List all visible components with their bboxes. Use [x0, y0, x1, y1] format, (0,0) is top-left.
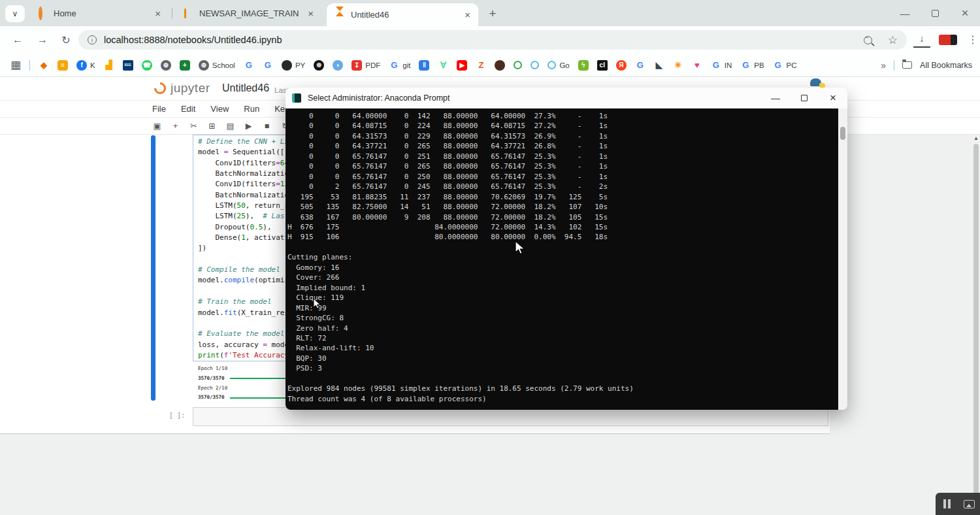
chevron-down-icon: ∨ — [12, 9, 18, 18]
pause-button[interactable] — [936, 493, 958, 515]
bookmark-steering-wheel[interactable]: ☸ — [314, 60, 324, 71]
run-icon[interactable]: ▶ — [244, 121, 253, 131]
bookmark-sheets[interactable]: + — [180, 60, 190, 71]
jupyter-logo[interactable]: jupyter — [154, 81, 210, 95]
tab-newsar-image-train[interactable]: NEWSAR_IMAGE_TRAIN × — [175, 0, 321, 26]
url-text[interactable]: localhost:8888/notebooks/Untitled46.ipyn… — [104, 35, 282, 45]
maximize-icon — [801, 95, 808, 101]
bookmark-swirl-go[interactable]: Go — [547, 61, 569, 69]
terminal-scrollbar[interactable] — [838, 108, 847, 410]
apps-grid-icon[interactable]: ▦ — [10, 58, 21, 72]
scroll-up-icon[interactable]: ▲ — [972, 135, 980, 141]
address-bar[interactable]: i localhost:8888/notebooks/Untitled46.ip… — [78, 30, 907, 50]
facebook-icon: f — [76, 60, 87, 71]
downloads-button[interactable]: ↓ — [913, 32, 930, 48]
site-info-icon[interactable]: i — [88, 35, 97, 44]
new-tab-button[interactable]: + — [485, 6, 500, 22]
selected-cell-indicator[interactable] — [151, 135, 155, 401]
save-icon[interactable]: ▣ — [153, 121, 161, 131]
tab-untitled46[interactable]: Untitled46 × — [327, 3, 478, 26]
tab-newsar-title: NEWSAR_IMAGE_TRAIN — [199, 8, 299, 18]
copy-icon[interactable]: ⊞ — [208, 121, 216, 131]
bookmark-google-g-3[interactable]: G — [635, 60, 645, 71]
bookmark-facebook[interactable]: fK — [76, 60, 95, 71]
bookmark-swirl[interactable] — [531, 61, 539, 69]
terminal-close-button[interactable]: × — [819, 88, 847, 108]
bookmark-star-icon[interactable]: ☆ — [888, 33, 898, 47]
menu-run[interactable]: Run — [244, 104, 259, 114]
bookmark-youtube[interactable]: ▶ — [457, 60, 467, 71]
bookmark-github[interactable]: PY — [282, 60, 305, 71]
bookmark-google-pc[interactable]: GPC — [773, 60, 797, 71]
bookmark-android[interactable]: ∀ — [438, 60, 448, 71]
bookmark-ieee[interactable]: IEEE — [123, 60, 133, 71]
bookmark-eye[interactable]: ☀ — [673, 60, 683, 71]
bookmark-lightning[interactable]: ϟ — [578, 60, 589, 71]
notebook-book-icon — [184, 8, 193, 18]
bookmark-pdf[interactable]: ↧PDF — [351, 60, 380, 71]
add-icon[interactable]: + — [171, 122, 180, 131]
bookmark-label: IN — [725, 61, 732, 69]
cut-icon[interactable]: ✂ — [189, 121, 198, 131]
extension-icon[interactable] — [939, 35, 957, 45]
forward-button[interactable]: → — [34, 31, 51, 48]
browser-menu-icon[interactable]: ⋮ — [968, 31, 978, 48]
tab-close-icon[interactable]: × — [465, 9, 470, 20]
pdf-icon: ↧ — [351, 60, 362, 71]
bookmark-globe[interactable]: ⊕ — [161, 60, 171, 71]
zoom-out-icon[interactable] — [864, 36, 872, 44]
all-bookmarks-button[interactable]: All Bookmarks — [920, 61, 972, 70]
anaconda-prompt-window[interactable]: Select Administrator: Anaconda Prompt — … — [286, 88, 847, 410]
bookmark-google-g-2[interactable]: G — [263, 60, 273, 71]
bookmark-blue-bird[interactable]: ◗ — [333, 60, 343, 71]
bookmark-google-pb[interactable]: GPB — [740, 60, 764, 71]
bookmark-google-git[interactable]: Ggit — [389, 60, 410, 71]
page-background-right — [830, 135, 972, 515]
tab-close-icon[interactable]: × — [155, 8, 161, 19]
terminal-maximize-button[interactable] — [790, 88, 819, 108]
menu-view[interactable]: View — [210, 104, 229, 114]
terminal-minimize-button[interactable]: — — [761, 88, 790, 108]
picture-in-picture-button[interactable] — [958, 493, 980, 515]
menu-edit[interactable]: Edit — [181, 104, 195, 114]
bookmark-yandex[interactable]: Я — [616, 60, 627, 71]
bookmark-cl-badge[interactable]: cl — [597, 60, 608, 71]
google-g-icon: G — [244, 60, 254, 71]
bookmark-heart[interactable]: ♥ — [692, 60, 702, 71]
bookmark-kite-orange[interactable]: ◆ — [39, 60, 49, 71]
window-maximize-button[interactable] — [920, 0, 950, 26]
stop-icon[interactable]: ■ — [263, 122, 271, 131]
bookmark-coffee-bean[interactable] — [495, 60, 505, 71]
bookmarks-overflow-button[interactable]: » — [881, 60, 886, 71]
terminal-console[interactable]: 0 0 64.00000 0 142 88.00000 64.00000 27.… — [286, 108, 838, 410]
notebook-title[interactable]: Untitled46 — [222, 82, 269, 94]
back-arrow-icon: ← — [12, 34, 23, 46]
bookmark-film-strip[interactable]: ‖ — [419, 60, 429, 71]
terminal-titlebar[interactable]: Select Administrator: Anaconda Prompt — … — [286, 88, 847, 108]
menu-file[interactable]: File — [152, 104, 166, 114]
tab-home[interactable]: Home × — [29, 0, 169, 26]
window-minimize-button[interactable]: — — [890, 0, 920, 26]
maximize-icon — [932, 10, 939, 17]
bookmark-dark-kite[interactable]: ◣ — [654, 60, 664, 71]
bookmark-globe-school[interactable]: ⊕School — [199, 60, 235, 71]
bookmark-google-in[interactable]: GIN — [711, 60, 732, 71]
bookmark-zotero-z[interactable]: Z — [476, 60, 486, 71]
reload-button[interactable]: ↻ — [57, 31, 74, 48]
bookmark-whatsapp[interactable]: ☎ — [142, 60, 152, 71]
back-button[interactable]: ← — [9, 31, 26, 48]
scrollbar-thumb[interactable] — [973, 144, 979, 500]
google-g-2-icon: G — [263, 60, 273, 71]
tab-search-button[interactable]: ∨ — [5, 5, 25, 22]
terminal-scrollbar-thumb[interactable] — [840, 127, 845, 140]
paste-icon[interactable]: ▤ — [226, 121, 235, 131]
bookmark-cert-badge[interactable]: ≡ — [57, 60, 68, 71]
bookmark-green-ring[interactable] — [514, 61, 522, 69]
bookmark-google-g[interactable]: G — [244, 60, 254, 71]
window-close-button[interactable]: × — [950, 0, 980, 26]
empty-code-cell[interactable] — [193, 407, 828, 426]
google-git-icon: G — [389, 60, 399, 71]
tab-close-icon[interactable]: × — [308, 8, 314, 19]
page-scrollbar[interactable]: ▲ — [972, 135, 980, 515]
bookmark-analytics[interactable]: ▟ — [104, 60, 114, 71]
